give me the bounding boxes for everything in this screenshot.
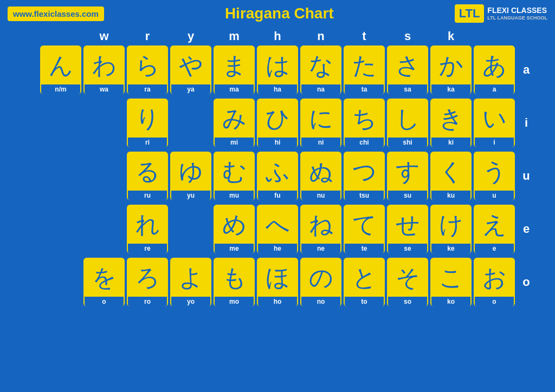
romaji-fu: fu	[258, 191, 297, 200]
kana-ku: く	[439, 154, 463, 190]
cell-empty-1-1	[83, 99, 125, 147]
cell-ma: まma	[214, 45, 255, 94]
romaji-mo: mo	[215, 297, 254, 306]
cell-empty-2-0	[40, 152, 81, 200]
cell-u: うu	[474, 152, 515, 200]
romaji-sa: sa	[388, 84, 427, 94]
chart-row-u: るruゆyuむmuふfuぬnuつtsuすsuくkuうuu	[5, 152, 550, 200]
romaji-e: e	[475, 244, 514, 253]
cell-empty-1-0	[40, 99, 81, 147]
romaji-chi: chi	[345, 138, 384, 147]
col-header-y: y	[169, 29, 212, 43]
col-header-n: n	[299, 29, 343, 43]
cell-ko: こko	[430, 258, 472, 306]
romaji-o: o	[85, 297, 124, 306]
kana-to: と	[352, 260, 377, 296]
cell-me: めme	[214, 205, 255, 253]
kana-ho: ほ	[266, 260, 290, 296]
cell-empty-3-0	[40, 205, 81, 253]
romaji-shi: shi	[388, 138, 427, 147]
cell-ta: たta	[344, 45, 385, 94]
kana-so: そ	[396, 260, 420, 296]
col-header-s: s	[386, 29, 429, 43]
cell-ro: ろro	[127, 258, 168, 306]
kana-ki: き	[439, 101, 463, 136]
kana-te: て	[352, 207, 377, 243]
romaji-ha: ha	[258, 84, 297, 94]
cell-wa: わwa	[83, 45, 125, 94]
cell-te: てte	[344, 205, 385, 253]
kana-ha: は	[266, 48, 290, 83]
romaji-wa: wa	[85, 84, 124, 94]
kana-he: へ	[266, 207, 290, 243]
romaji-ra: ra	[128, 84, 167, 94]
romaji-re: re	[128, 244, 167, 253]
cell-se: せse	[387, 205, 428, 253]
romaji-ku: ku	[431, 191, 470, 200]
cell-yo: よyo	[170, 258, 211, 306]
chart-title: Hiragana Chart	[104, 5, 455, 22]
romaji-ho: ho	[258, 297, 297, 306]
cell-a: あa	[474, 45, 515, 94]
kana-ri: り	[135, 101, 160, 136]
kana-ya: や	[179, 48, 203, 83]
logo-box: LTL	[455, 4, 485, 23]
cell-ha: はha	[257, 45, 298, 94]
vowel-label-o: o	[518, 275, 534, 289]
chart-row-e: れreめmeへheねneてteせseけkeえee	[5, 205, 550, 253]
romaji-te: te	[345, 244, 384, 253]
cell-shi: しshi	[387, 99, 428, 147]
website-badge: www.flexiclasses.com	[8, 6, 104, 21]
vowel-label-a: a	[518, 63, 534, 77]
kana-su: す	[396, 154, 420, 190]
kana-o: を	[92, 260, 117, 296]
kana-nu: ぬ	[309, 154, 333, 190]
kana-mi: み	[222, 101, 247, 136]
romaji-me: me	[215, 244, 254, 253]
romaji-ri: ri	[128, 138, 167, 147]
cell-re: れre	[127, 205, 168, 253]
romaji-ko: ko	[431, 297, 470, 306]
kana-u: う	[482, 154, 507, 190]
romaji-ru: ru	[128, 191, 167, 200]
logo-text: FLEXI CLASSES LTL LANGUAGE SCHOOL	[487, 5, 547, 22]
col-header-t: t	[343, 29, 386, 43]
cell-ki: きki	[430, 99, 472, 147]
kana-tsu: つ	[352, 154, 377, 190]
kana-mu: む	[222, 154, 247, 190]
cell-fu: ふfu	[257, 152, 298, 200]
kana-se: せ	[396, 207, 420, 243]
kana-ni: に	[309, 101, 333, 136]
col-header-m: m	[212, 29, 256, 43]
vowel-label-e: e	[518, 222, 534, 236]
cell-he: へhe	[257, 205, 298, 253]
kana-ne: ね	[309, 207, 333, 243]
kana-a: あ	[482, 48, 507, 83]
romaji-to: to	[345, 297, 384, 306]
kana-fu: ふ	[266, 154, 290, 190]
cell-ke: けke	[430, 205, 472, 253]
chart-row-i: りriみmiひhiにniちchiしshiきkiいii	[5, 99, 550, 147]
kana-yu: ゆ	[179, 154, 203, 190]
cell-ya: やya	[170, 45, 211, 94]
romaji-n/m: n/m	[41, 84, 80, 94]
col-header-r: r	[126, 29, 169, 43]
kana-ka: か	[439, 48, 463, 83]
kana-re: れ	[135, 207, 160, 243]
cell-empty-1-3	[170, 99, 211, 147]
cell-mo: もmo	[214, 258, 255, 306]
logo-area: LTL FLEXI CLASSES LTL LANGUAGE SCHOOL	[455, 4, 547, 23]
cell-i: いi	[474, 99, 515, 147]
kana-ma: ま	[222, 48, 247, 83]
romaji-mu: mu	[215, 191, 254, 200]
cell-o: おo	[474, 258, 515, 306]
romaji-ni: ni	[301, 138, 340, 147]
cell-ho: ほho	[257, 258, 298, 306]
cell-mi: みmi	[214, 99, 255, 147]
kana-i: い	[482, 101, 507, 136]
romaji-u: u	[475, 191, 514, 200]
romaji-ke: ke	[431, 244, 470, 253]
romaji-tsu: tsu	[345, 191, 384, 200]
col-header-h: h	[256, 29, 299, 43]
cell-so: そso	[387, 258, 428, 306]
